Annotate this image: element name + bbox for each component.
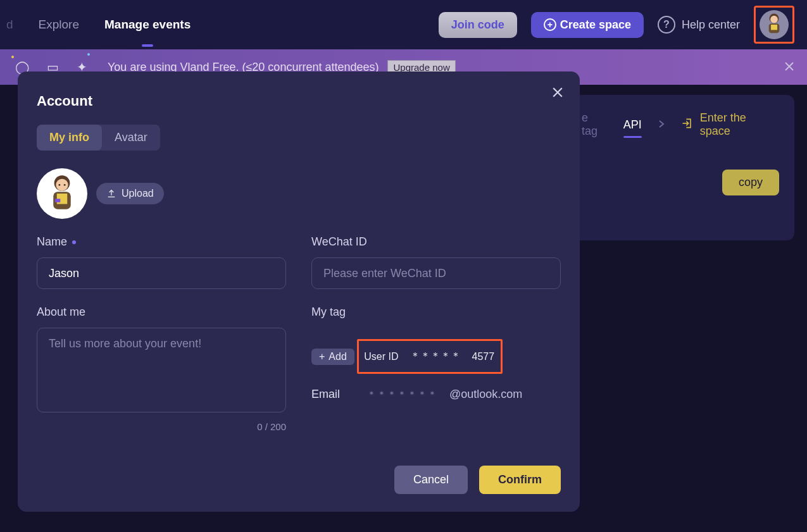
close-icon bbox=[552, 87, 563, 98]
tab-trunc[interactable]: e tag bbox=[582, 111, 607, 138]
create-space-button[interactable]: + Create space bbox=[531, 12, 644, 38]
user-id-label: User ID bbox=[364, 351, 398, 362]
about-label: About me bbox=[37, 306, 286, 319]
name-label: Name bbox=[37, 235, 286, 249]
account-modal: Account My info Avatar Upload bbox=[18, 71, 580, 512]
join-code-button[interactable]: Join code bbox=[439, 12, 517, 38]
create-space-label: Create space bbox=[560, 18, 631, 32]
avatar-preview bbox=[37, 168, 87, 219]
svg-point-7 bbox=[64, 184, 66, 186]
upload-icon bbox=[106, 189, 116, 199]
dot-icon bbox=[87, 53, 90, 56]
email-label: Email bbox=[311, 388, 356, 401]
tab-my-info[interactable]: My info bbox=[37, 125, 102, 151]
avatar-icon bbox=[763, 12, 785, 37]
email-value: @outlook.com bbox=[449, 388, 522, 401]
plus-circle-icon: + bbox=[544, 18, 556, 31]
avatar-icon bbox=[44, 173, 80, 214]
upload-label: Upload bbox=[122, 188, 154, 199]
add-tag-button[interactable]: + Add bbox=[311, 349, 354, 365]
enter-icon bbox=[681, 117, 694, 133]
avatar-highlight-box bbox=[754, 6, 794, 44]
about-textarea[interactable] bbox=[37, 328, 286, 412]
nav-left: d Explore Manage events bbox=[13, 14, 439, 35]
account-tabs: My info Avatar bbox=[37, 125, 160, 151]
required-dot-icon bbox=[72, 240, 76, 244]
name-field-group: Name About me 0 / 200 bbox=[37, 235, 286, 432]
avatar-row: Upload bbox=[37, 168, 561, 219]
help-center-label: Help center bbox=[682, 18, 740, 32]
modal-close-button[interactable] bbox=[552, 85, 563, 102]
user-id-masked: ＊＊＊＊＊ bbox=[410, 350, 461, 363]
chevron-right-icon bbox=[658, 118, 665, 132]
svg-point-6 bbox=[59, 184, 61, 186]
enter-space-link[interactable]: Enter the space bbox=[681, 111, 779, 138]
confirm-button[interactable]: Confirm bbox=[479, 466, 561, 494]
svg-rect-3 bbox=[771, 25, 777, 30]
wechat-label: WeChat ID bbox=[311, 235, 561, 249]
banner-close-button[interactable] bbox=[784, 59, 794, 75]
name-label-text: Name bbox=[37, 235, 67, 249]
nav-item-explore[interactable]: Explore bbox=[39, 14, 79, 35]
help-icon: ? bbox=[658, 16, 675, 34]
nav-right: Join code + Create space ? Help center bbox=[439, 6, 794, 44]
copy-button[interactable]: copy bbox=[722, 170, 779, 195]
nav-item-manage-events[interactable]: Manage events bbox=[104, 14, 191, 35]
name-input[interactable] bbox=[37, 257, 286, 289]
cancel-button[interactable]: Cancel bbox=[394, 466, 468, 494]
enter-space-label: Enter the space bbox=[700, 111, 779, 138]
dot-icon bbox=[11, 56, 14, 58]
modal-title: Account bbox=[37, 93, 561, 109]
close-icon bbox=[784, 61, 794, 71]
right-column: WeChat ID My tag + Add User ID ＊＊＊＊＊ 457… bbox=[311, 235, 561, 432]
nav-item-trunc[interactable]: d bbox=[6, 14, 13, 35]
plus-icon: + bbox=[319, 351, 325, 362]
svg-point-5 bbox=[56, 179, 68, 191]
svg-rect-10 bbox=[55, 199, 60, 202]
user-id-value: 4577 bbox=[472, 351, 495, 362]
top-header: d Explore Manage events Join code + Crea… bbox=[0, 0, 807, 49]
account-form: Name About me 0 / 200 WeChat ID My tag +… bbox=[37, 235, 561, 432]
tab-api[interactable]: API bbox=[623, 118, 642, 132]
svg-point-1 bbox=[770, 16, 778, 23]
mytag-label: My tag bbox=[311, 306, 561, 319]
upload-avatar-button[interactable]: Upload bbox=[96, 183, 164, 204]
tab-avatar[interactable]: Avatar bbox=[102, 125, 160, 151]
about-char-counter: 0 / 200 bbox=[37, 421, 286, 432]
wechat-input[interactable] bbox=[311, 257, 561, 289]
modal-actions: Cancel Confirm bbox=[394, 466, 561, 494]
email-row: Email ＊＊＊＊＊＊＊ @outlook.com bbox=[311, 388, 561, 401]
space-side-panel: e tag API Enter the space copy bbox=[566, 95, 794, 240]
help-center-link[interactable]: ? Help center bbox=[658, 16, 740, 34]
add-tag-label: Add bbox=[328, 351, 346, 362]
user-id-highlight-box: User ID ＊＊＊＊＊ 4577 bbox=[357, 339, 503, 374]
user-avatar-button[interactable] bbox=[760, 10, 789, 39]
email-masked: ＊＊＊＊＊＊＊ bbox=[367, 389, 438, 400]
side-tabs: e tag API Enter the space bbox=[582, 111, 779, 138]
